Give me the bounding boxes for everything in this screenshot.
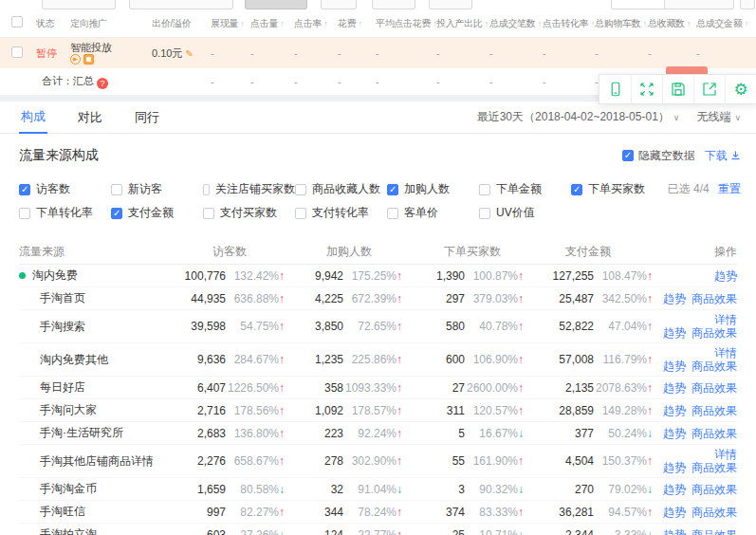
filter-checkbox[interactable]: 下单转化率	[19, 205, 111, 221]
date-range-selector[interactable]: 最近30天（2018-04-02~2018-05-01）∨	[477, 109, 680, 125]
trend-link[interactable]: 趋势	[663, 292, 686, 305]
sort-arrow-icon[interactable]: ↑	[278, 19, 284, 28]
trend-link[interactable]: 趋势	[663, 528, 686, 535]
filter-checkbox[interactable]: 下单买家数	[571, 181, 663, 197]
metric-change: 161.90%↑	[465, 454, 524, 468]
product-effect-link[interactable]: 商品效果	[691, 326, 737, 340]
table-row: 淘内免费100,776132.42%↑9,942175.25%↑1,390100…	[19, 265, 737, 287]
sort-arrow-icon[interactable]: ↑	[483, 19, 489, 28]
column-header[interactable]: 总成交笔数 ↑	[489, 17, 543, 30]
trend-link[interactable]: 趋势	[663, 427, 686, 440]
product-effect-link[interactable]: 商品效果	[691, 528, 737, 535]
trend-link[interactable]: 趋势	[714, 269, 737, 283]
sort-arrow-icon[interactable]: ↑	[238, 19, 244, 28]
sort-arrow-icon[interactable]: ↑	[641, 19, 647, 28]
toolbar-button-5[interactable]	[372, 0, 415, 9]
column-header[interactable]: 点击量 ↑	[250, 17, 294, 30]
fullscreen-icon[interactable]	[631, 75, 662, 103]
column-header[interactable]: 花费 ↑	[338, 17, 376, 30]
terminal-selector[interactable]: 无线端∨	[696, 109, 741, 125]
toolbar-button-4[interactable]	[321, 0, 357, 9]
cell-value: -	[489, 76, 543, 87]
column-header[interactable]: 总成交金额 ↑	[696, 17, 755, 30]
column-header[interactable]: 平均点击花费 ↑	[376, 17, 436, 30]
filter-checkbox[interactable]: 支付金额	[111, 205, 203, 221]
trend-link[interactable]: 趋势	[663, 381, 686, 395]
product-effect-link[interactable]: 商品效果	[691, 427, 737, 440]
product-effect-link[interactable]: 商品效果	[691, 292, 737, 305]
filter-label: 支付转化率	[312, 205, 369, 221]
help-icon[interactable]: ?	[97, 78, 108, 89]
column-header[interactable]: 出价/溢价	[152, 17, 211, 30]
sort-arrow-icon[interactable]: ↑	[356, 19, 361, 28]
filter-checkbox[interactable]: 加购人数	[387, 181, 479, 197]
product-effect-link[interactable]: 商品效果	[691, 404, 737, 417]
save-icon[interactable]	[662, 75, 693, 103]
filter-checkbox[interactable]: 访客数	[19, 181, 111, 197]
filter-checkbox[interactable]: 新访客	[111, 181, 203, 197]
reset-link[interactable]: 重置	[718, 182, 741, 195]
column-header[interactable]: 点击率 ↑	[294, 17, 338, 30]
toolbar-button-1[interactable]	[42, 0, 116, 9]
toolbar-button-6[interactable]	[429, 0, 472, 9]
filter-checkbox[interactable]: 商品收藏人数	[295, 181, 387, 197]
edit-pencil-icon[interactable]: ✎	[185, 48, 193, 59]
column-header: 操作	[653, 244, 737, 260]
product-effect-link[interactable]: 商品效果	[691, 461, 737, 474]
detail-link[interactable]: 详情	[714, 346, 737, 360]
product-effect-link[interactable]: 商品效果	[691, 506, 737, 519]
sort-arrow-icon[interactable]: ↑	[685, 19, 691, 28]
sort-arrow-icon[interactable]: ↑	[743, 19, 748, 28]
more-data-button[interactable]	[664, 0, 734, 9]
filter-checkbox[interactable]: 支付买家数	[203, 205, 295, 221]
column-header[interactable]: 定向推广	[70, 17, 152, 30]
export-icon[interactable]	[693, 75, 725, 103]
metric-change: 116.79%↑	[594, 353, 653, 366]
toolbar-mini-button[interactable]	[740, 0, 755, 9]
trend-link[interactable]: 趋势	[663, 404, 686, 417]
detail-link[interactable]: 详情	[714, 448, 737, 461]
download-link[interactable]: 下载	[705, 148, 741, 164]
tab-同行[interactable]: 同行	[133, 101, 161, 133]
image-icon[interactable]	[83, 54, 94, 65]
product-effect-link[interactable]: 商品效果	[691, 360, 737, 373]
filter-label: 下单买家数	[588, 181, 645, 197]
hide-empty-toggle[interactable]: 隐藏空数据	[622, 148, 695, 164]
trend-link[interactable]: 趋势	[663, 360, 686, 373]
filter-checkbox[interactable]: 支付转化率	[295, 205, 387, 221]
column-header[interactable]: 点击转化率 ↑	[543, 17, 595, 30]
select-all-checkbox[interactable]	[11, 16, 23, 28]
phone-icon[interactable]	[599, 75, 631, 103]
sort-arrow-icon[interactable]: ↑	[589, 19, 595, 28]
checkbox-icon	[111, 184, 122, 195]
column-header[interactable]: 总收藏数 ↑	[648, 17, 696, 30]
settings-icon[interactable]: ⚙	[725, 75, 756, 103]
column-header[interactable]: 投入产出比 ↑	[436, 17, 489, 30]
row-checkbox[interactable]	[11, 46, 23, 58]
detail-link[interactable]: 详情	[714, 313, 737, 326]
trend-link[interactable]: 趋势	[663, 461, 686, 474]
trend-link[interactable]: 趋势	[663, 326, 686, 340]
trend-link[interactable]: 趋势	[663, 506, 686, 519]
metric-value: 44,935	[191, 292, 226, 305]
filter-checkbox[interactable]: 客单价	[387, 205, 479, 221]
sort-arrow-icon[interactable]: ↑	[536, 19, 542, 28]
product-effect-link[interactable]: 商品效果	[691, 381, 737, 395]
tab-构成[interactable]: 构成	[19, 101, 47, 134]
filter-checkbox[interactable]: UV价值	[479, 205, 571, 221]
filter-checkbox[interactable]: 下单金额	[479, 181, 571, 197]
metric-cell: 58040.78%↑	[402, 320, 524, 333]
column-header[interactable]: 总购物车数 ↑	[595, 17, 648, 30]
product-effect-link[interactable]: 商品效果	[691, 483, 737, 496]
trend-link[interactable]: 趋势	[663, 483, 686, 496]
play-icon[interactable]: ▶	[70, 54, 81, 65]
filter-checkbox[interactable]: 关注店铺买家数	[203, 181, 295, 197]
column-header[interactable]: 展现量 ↑	[211, 17, 250, 30]
toolbar-button-2[interactable]	[129, 0, 233, 9]
sort-arrow-icon[interactable]: ↑	[322, 19, 327, 28]
toolbar-button-3[interactable]	[245, 0, 307, 9]
tab-对比[interactable]: 对比	[76, 101, 104, 133]
column-header[interactable]: 状态	[36, 17, 70, 30]
actions-line: 趋势商品效果	[653, 381, 737, 395]
filter-condition-control[interactable]	[577, 0, 601, 9]
